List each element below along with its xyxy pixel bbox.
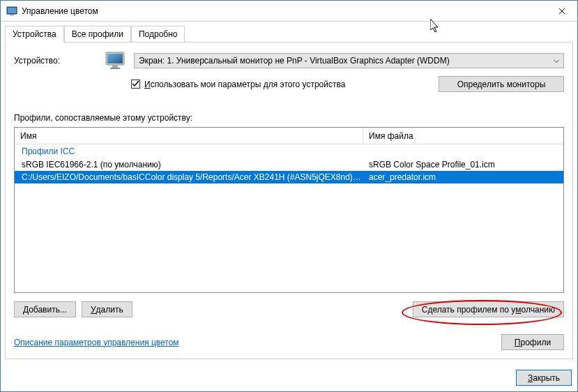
- tab-panel-devices: Устройство: Экран: 1. Универсальный мони…: [5, 42, 573, 359]
- dialog-footer: Закрыть: [1, 364, 577, 391]
- link-row: Описание параметров управления цветом Пр…: [14, 334, 564, 350]
- close-dialog-button[interactable]: Закрыть: [516, 370, 572, 386]
- set-default-profile-button[interactable]: Сделать профилем по умолчанию: [413, 301, 564, 317]
- column-header-name[interactable]: Имя: [15, 128, 363, 144]
- use-my-settings-checkbox-wrap[interactable]: Использовать мои параметры для этого уст…: [131, 80, 345, 89]
- svg-rect-7: [110, 68, 120, 69]
- profiles-button[interactable]: Профили: [501, 334, 564, 350]
- profile-buttons-row: Добавить... Удалить Сделать профилем по …: [14, 301, 564, 317]
- svg-rect-6: [112, 65, 118, 68]
- profile-file: acer_predator.icm: [363, 172, 563, 182]
- profiles-list-header: Имя Имя файла: [15, 128, 563, 144]
- color-management-description-link[interactable]: Описание параметров управления цветом: [14, 338, 179, 347]
- remove-button[interactable]: Удалить: [82, 301, 132, 317]
- add-button[interactable]: Добавить...: [14, 301, 76, 317]
- profile-name: C:/Users/EIZO/Documents/basICColor displ…: [15, 172, 363, 182]
- profile-name: sRGB IEC61966-2.1 (по умолчанию): [15, 160, 363, 169]
- profile-row[interactable]: C:/Users/EIZO/Documents/basICColor displ…: [15, 171, 563, 183]
- tab-devices[interactable]: Устройства: [5, 26, 64, 43]
- profiles-list: Имя Имя файла Профили ICC sRGB IEC61966-…: [14, 127, 564, 293]
- use-my-settings-label: Использовать мои параметры для этого уст…: [144, 80, 345, 89]
- tab-strip: Устройства Все профили Подробно: [1, 22, 577, 43]
- app-icon: [6, 6, 17, 17]
- profile-group-header: Профили ICC: [15, 144, 563, 158]
- chevron-down-icon: [554, 57, 559, 65]
- device-row: Устройство: Экран: 1. Универсальный мони…: [14, 51, 564, 70]
- svg-rect-1: [8, 8, 16, 13]
- device-dropdown[interactable]: Экран: 1. Универсальный монитор не PnP -…: [134, 53, 564, 68]
- use-my-settings-checkbox[interactable]: [131, 80, 140, 89]
- tab-all-profiles[interactable]: Все профили: [64, 26, 131, 43]
- close-window-button[interactable]: [547, 1, 577, 21]
- tab-advanced[interactable]: Подробно: [131, 26, 185, 43]
- monitor-icon: [105, 51, 127, 70]
- titlebar: Управление цветом: [1, 1, 577, 22]
- svg-rect-2: [10, 14, 14, 15]
- window-title: Управление цветом: [22, 6, 547, 16]
- use-settings-row: Использовать мои параметры для этого уст…: [131, 76, 564, 92]
- content-area: Устройства Все профили Подробно Устройст…: [1, 22, 577, 391]
- column-header-file[interactable]: Имя файла: [363, 128, 563, 144]
- identify-monitors-button[interactable]: Определить мониторы: [439, 76, 564, 92]
- device-selected-text: Экран: 1. Универсальный монитор не PnP -…: [139, 56, 450, 66]
- profiles-list-body: Профили ICC sRGB IEC61966-2.1 (по умолча…: [15, 144, 563, 292]
- svg-rect-5: [107, 54, 123, 63]
- profile-file: sRGB Color Space Profile_01.icm: [363, 160, 563, 169]
- device-label: Устройство:: [14, 56, 98, 66]
- profile-row[interactable]: sRGB IEC61966-2.1 (по умолчанию) sRGB Co…: [15, 158, 563, 171]
- profiles-section-label: Профили, сопоставляемые этому устройству…: [14, 113, 564, 123]
- color-management-window: Управление цветом Устройства Все профили…: [0, 0, 578, 392]
